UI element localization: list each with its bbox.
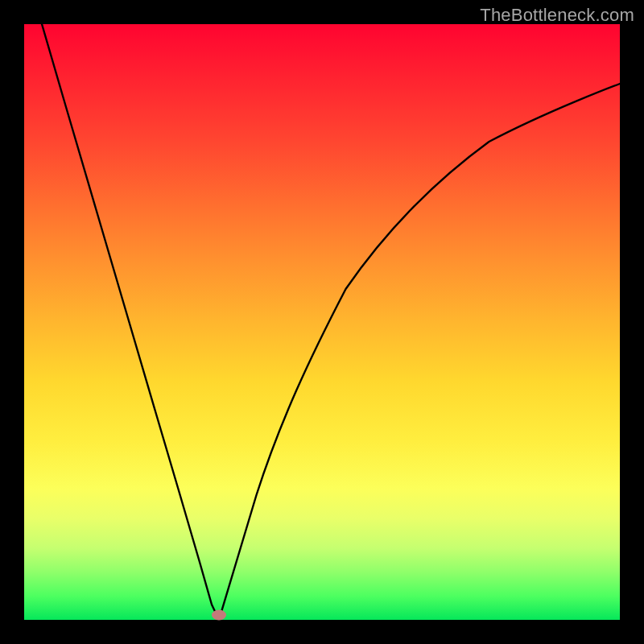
optimum-marker bbox=[212, 610, 226, 621]
plot-area bbox=[24, 24, 620, 620]
chart-frame: TheBottleneck.com bbox=[0, 0, 644, 644]
curve-path bbox=[42, 24, 620, 620]
bottleneck-curve bbox=[24, 24, 620, 620]
watermark-text: TheBottleneck.com bbox=[480, 5, 634, 26]
